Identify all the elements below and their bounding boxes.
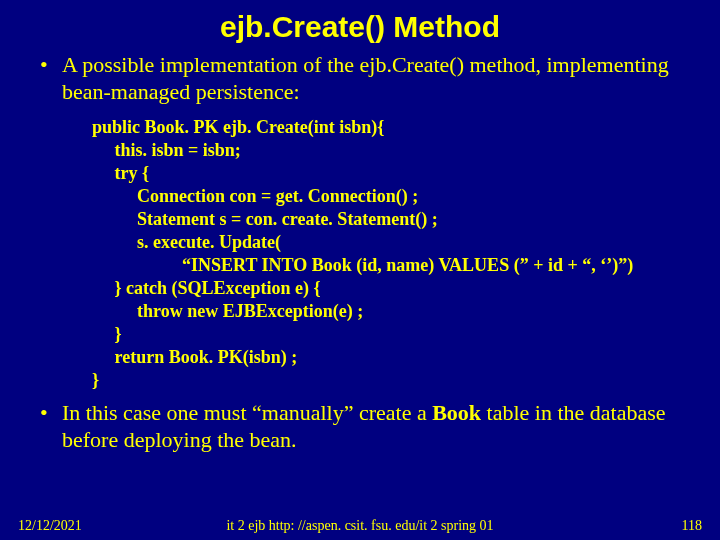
footer-page-number: 118 [682,518,702,534]
slide: ejb.Create() Method A possible implement… [0,0,720,540]
bullet-text: A possible implementation of the ejb.Cre… [62,52,669,104]
bullet-text-pre: In this case one must “manually” create … [62,400,432,425]
slide-title: ejb.Create() Method [0,0,720,52]
bullet-list: A possible implementation of the ejb.Cre… [40,52,700,106]
bullet-item: A possible implementation of the ejb.Cre… [40,52,700,106]
footer-center: it 2 ejb http: //aspen. csit. fsu. edu/i… [0,518,720,534]
bullet-item: In this case one must “manually” create … [40,400,700,454]
bullet-list: In this case one must “manually” create … [40,400,700,454]
code-block: public Book. PK ejb. Create(int isbn){ t… [92,116,720,392]
bullet-text-bold: Book [432,400,481,425]
